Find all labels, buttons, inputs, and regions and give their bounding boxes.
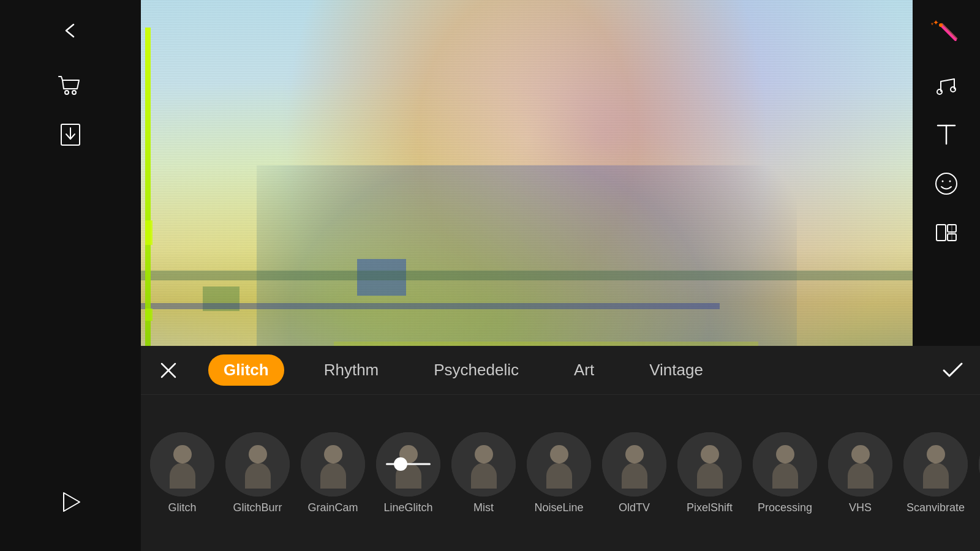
magic-wand-button[interactable]: ✦ * <box>928 12 965 49</box>
tab-art[interactable]: Art <box>559 354 609 386</box>
effect-glitch[interactable]: Glitch <box>150 432 214 514</box>
svg-point-0 <box>65 91 69 94</box>
effect-processing[interactable]: Processing <box>753 432 817 514</box>
shop-icon-button[interactable] <box>52 67 89 104</box>
effect-glitchburr[interactable]: GlitchBurr <box>225 432 290 514</box>
tab-psychedelic[interactable]: Psychedelic <box>418 354 534 386</box>
svg-point-8 <box>939 23 943 27</box>
effect-noiseline[interactable]: NoiseLine <box>527 432 591 514</box>
svg-text:✦: ✦ <box>933 18 939 27</box>
svg-line-7 <box>942 24 957 39</box>
effect-pixelshift[interactable]: PixelShift <box>677 432 742 514</box>
tab-rhythm[interactable]: Rhythm <box>309 354 394 386</box>
bottom-panel: Glitch Rhythm Psychedelic Art Vintage Gl… <box>141 346 980 551</box>
download-icon-button[interactable] <box>52 116 89 153</box>
svg-rect-17 <box>937 225 946 241</box>
svg-point-1 <box>72 91 76 94</box>
svg-point-10 <box>937 89 942 94</box>
svg-point-11 <box>951 87 956 92</box>
tab-glitch[interactable]: Glitch <box>208 354 284 386</box>
layout-icon-button[interactable] <box>928 214 965 251</box>
effect-scanvibrate[interactable]: Scanvibrate <box>903 432 968 514</box>
confirm-button[interactable] <box>937 355 968 386</box>
svg-marker-4 <box>64 493 80 511</box>
emoji-icon-button[interactable] <box>928 165 965 202</box>
content-wrapper: 00:11.08 <box>141 0 980 551</box>
effects-row: GlitchGlitchBurrGrainCamLineGlitchMistNo… <box>141 395 980 551</box>
svg-point-15 <box>942 181 944 182</box>
effect-oldtv[interactable]: OldTV <box>602 432 666 514</box>
left-sidebar <box>0 0 141 551</box>
effect-vhs[interactable]: VHS <box>828 432 892 514</box>
effect-graincam[interactable]: GrainCam <box>301 432 365 514</box>
tab-vintage[interactable]: Vintage <box>634 354 718 386</box>
effect-mist[interactable]: Mist <box>451 432 516 514</box>
filter-tabs-bar: Glitch Rhythm Psychedelic Art Vintage <box>141 346 980 395</box>
back-button[interactable] <box>52 12 89 49</box>
play-icon-button[interactable] <box>52 484 89 520</box>
svg-text:*: * <box>931 22 933 29</box>
music-icon-button[interactable] <box>928 67 965 104</box>
close-button[interactable] <box>153 355 184 386</box>
svg-line-6 <box>941 25 956 40</box>
svg-point-14 <box>936 173 957 194</box>
svg-point-16 <box>949 181 951 182</box>
text-icon-button[interactable] <box>928 116 965 153</box>
effect-lineglitch[interactable]: LineGlitch <box>376 432 440 514</box>
